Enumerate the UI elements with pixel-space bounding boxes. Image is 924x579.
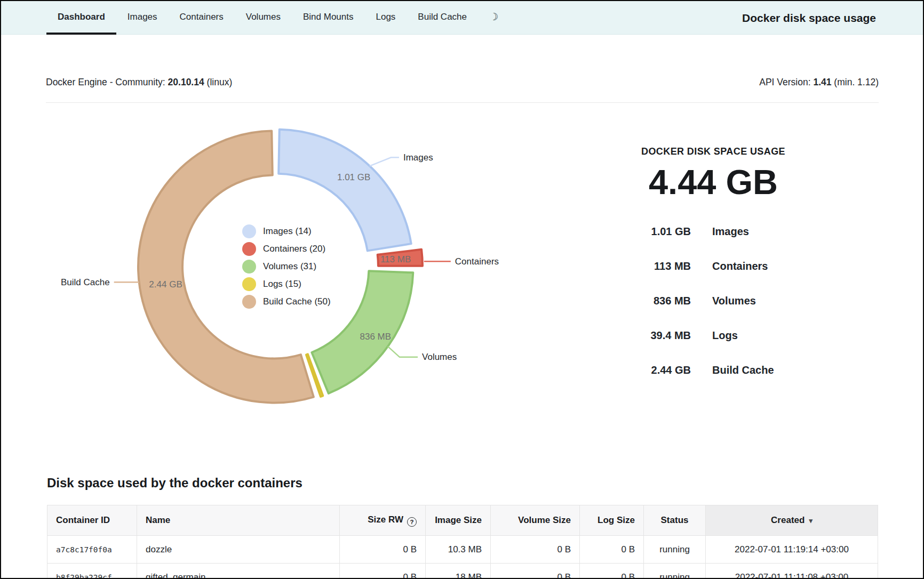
summary-rows: 1.01 GBImages113 MBContainers836 MBVolum…: [612, 214, 815, 388]
cell-image-size: 10.3 MB: [426, 536, 491, 564]
cell-created: 2022-07-01 11:19:14 +03:00: [706, 536, 878, 564]
api-version-text: API Version: 1.41 (min. 1.12): [759, 77, 879, 88]
summary-row-build-cache: 2.44 GBBuild Cache: [612, 353, 815, 388]
summary-category: Images: [712, 226, 815, 238]
tab-dashboard[interactable]: Dashboard: [46, 1, 116, 35]
moon-icon: ☾: [489, 11, 498, 23]
api-label: API Version:: [759, 77, 810, 87]
summary-total: 4.44 GB: [612, 162, 815, 202]
legend-label: Logs (15): [263, 279, 301, 290]
containers-table: Container IDNameSize RW?Image SizeVolume…: [47, 505, 878, 579]
column-header-status[interactable]: Status: [644, 505, 706, 536]
size-rw-help-icon[interactable]: ?: [407, 517, 417, 527]
legend-swatch-logs: [242, 277, 256, 291]
legend-item-volumes[interactable]: Volumes (31): [242, 260, 331, 274]
callout-label-containers: Containers: [455, 256, 499, 267]
slice-value-label-images: 1.01 GB: [337, 172, 370, 182]
nav-tabs: DashboardImagesContainersVolumesBind Mou…: [46, 1, 509, 34]
column-header-created[interactable]: Created▾: [706, 505, 878, 536]
legend-label: Images (14): [263, 226, 312, 237]
cell-container-id: a7c8c17f0f0a: [47, 536, 137, 564]
api-version: 1.41: [813, 77, 831, 87]
sort-desc-icon: ▾: [809, 517, 813, 525]
page-title: Docker disk space usage: [742, 1, 876, 35]
callout-label-build-cache: Build Cache: [61, 277, 110, 287]
summary-row-volumes: 836 MBVolumes: [612, 284, 815, 318]
table-header-row: Container IDNameSize RW?Image SizeVolume…: [47, 505, 878, 536]
slice-value-label-build-cache: 2.44 GB: [149, 279, 182, 290]
summary-category: Volumes: [712, 295, 815, 307]
disk-usage-donut-chart: 1.01 GBImages113 MBContainers836 MBVolum…: [1, 1, 535, 428]
summary-heading: DOCKER DISK SPACE USAGE: [612, 146, 815, 157]
tab-containers[interactable]: Containers: [169, 1, 235, 35]
summary-size: 836 MB: [612, 295, 691, 307]
summary-category: Containers: [712, 260, 815, 272]
summary-row-logs: 39.4 MBLogs: [612, 318, 815, 353]
legend-label: Containers (20): [263, 244, 325, 254]
cell-image-size: 18 MB: [426, 564, 491, 579]
callout-label-images: Images: [403, 152, 433, 163]
legend-swatch-build-cache: [242, 295, 256, 309]
column-header-container-id[interactable]: Container ID: [47, 505, 137, 536]
tab-bind-mounts[interactable]: Bind Mounts: [292, 1, 365, 35]
cell-container-id: b8f29ba229cf: [47, 564, 137, 579]
api-min-version: (min. 1.12): [834, 77, 879, 87]
legend-label: Build Cache (50): [263, 296, 331, 307]
legend-swatch-containers: [242, 242, 256, 256]
cell-log-size: 0 B: [580, 564, 644, 579]
summary-size: 1.01 GB: [612, 226, 691, 238]
cell-status: running: [644, 564, 706, 579]
callout-line-volumes: [388, 347, 418, 357]
legend-item-containers[interactable]: Containers (20): [242, 242, 331, 256]
legend-item-build-cache[interactable]: Build Cache (50): [242, 295, 331, 309]
cell-created: 2022-07-01 11:11:08 +03:00: [706, 564, 878, 579]
disk-usage-summary: DOCKER DISK SPACE USAGE 4.44 GB 1.01 GBI…: [612, 146, 815, 388]
tab-volumes[interactable]: Volumes: [235, 1, 292, 35]
cell-name: dozzle: [137, 536, 340, 564]
cell-status: running: [644, 536, 706, 564]
summary-row-containers: 113 MBContainers: [612, 249, 815, 284]
table-row: b8f29ba229cfgifted_germain0 B18 MB0 B0 B…: [47, 564, 878, 579]
cell-volume-size: 0 B: [491, 536, 580, 564]
summary-row-images: 1.01 GBImages: [612, 214, 815, 249]
cell-size-rw: 0 B: [340, 564, 426, 579]
tab-build-cache[interactable]: Build Cache: [407, 1, 478, 35]
table-row: a7c8c17f0f0adozzle0 B10.3 MB0 B0 Brunnin…: [47, 536, 878, 564]
slice-value-label-volumes: 836 MB: [360, 332, 391, 342]
chart-legend: Images (14)Containers (20)Volumes (31)Lo…: [242, 224, 331, 309]
callout-line-images: [370, 157, 399, 166]
cell-log-size: 0 B: [580, 536, 644, 564]
containers-table-wrap: Container IDNameSize RW?Image SizeVolume…: [47, 505, 878, 579]
containers-section-heading: Disk space used by the docker containers: [47, 476, 302, 490]
column-header-size-rw[interactable]: Size RW?: [340, 505, 426, 536]
cell-volume-size: 0 B: [491, 564, 580, 579]
tab-images[interactable]: Images: [116, 1, 169, 35]
cell-size-rw: 0 B: [340, 536, 426, 564]
summary-category: Logs: [712, 329, 815, 342]
dark-mode-toggle[interactable]: ☾: [478, 1, 509, 35]
summary-size: 39.4 MB: [612, 329, 691, 342]
column-header-image-size[interactable]: Image Size: [426, 505, 491, 536]
summary-size: 2.44 GB: [612, 364, 691, 376]
cell-name: gifted_germain: [137, 564, 340, 579]
legend-item-images[interactable]: Images (14): [242, 224, 331, 238]
docker-disk-usage-window: DashboardImagesContainersVolumesBind Mou…: [0, 0, 924, 579]
tab-logs[interactable]: Logs: [364, 1, 407, 35]
top-navbar: DashboardImagesContainersVolumesBind Mou…: [1, 1, 923, 35]
legend-item-logs[interactable]: Logs (15): [242, 277, 331, 291]
column-header-volume-size[interactable]: Volume Size: [491, 505, 580, 536]
column-header-name[interactable]: Name: [137, 505, 340, 536]
table-body: a7c8c17f0f0adozzle0 B10.3 MB0 B0 Brunnin…: [47, 536, 878, 579]
legend-swatch-volumes: [242, 260, 256, 274]
legend-swatch-images: [242, 224, 256, 238]
summary-category: Build Cache: [712, 364, 815, 376]
column-header-log-size[interactable]: Log Size: [580, 505, 644, 536]
callout-label-volumes: Volumes: [422, 352, 457, 362]
slice-value-label-containers: 113 MB: [380, 254, 411, 264]
legend-label: Volumes (31): [263, 261, 316, 272]
summary-size: 113 MB: [612, 260, 691, 272]
